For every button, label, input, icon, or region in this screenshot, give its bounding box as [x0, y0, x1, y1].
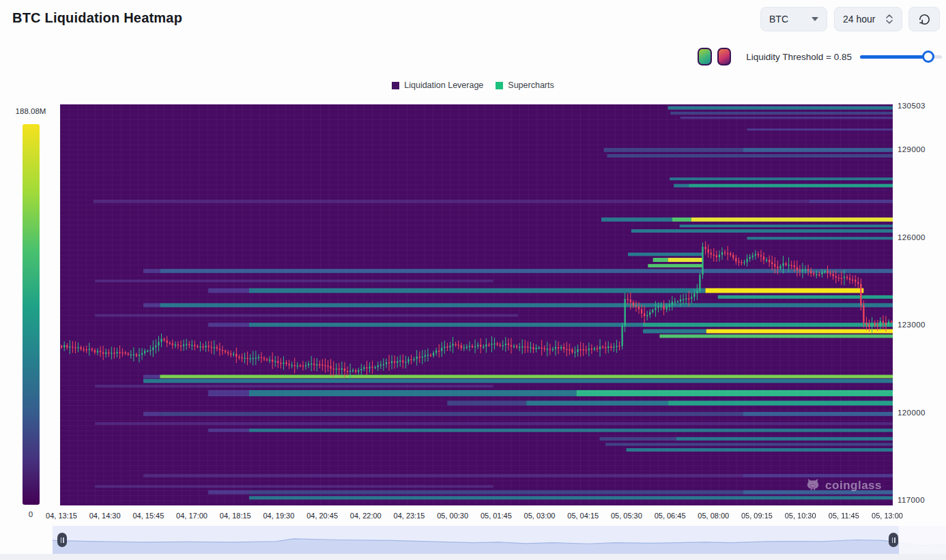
time-tick-label: 04, 18:15 — [220, 512, 251, 520]
time-tick-label: 04, 14:30 — [89, 512, 121, 520]
time-tick-label: 04, 23:15 — [394, 512, 425, 520]
liquidity-threshold-label: Liquidity Threshold = 0.85 — [746, 52, 852, 62]
slider-knob[interactable] — [922, 50, 934, 63]
colorbar-max-label: 188.08M — [0, 107, 61, 115]
period-select-value: 24 hour — [843, 14, 875, 25]
navigator-left-handle[interactable] — [57, 533, 67, 547]
time-tick-label: 05, 06:45 — [655, 512, 686, 520]
time-tick-label: 04, 17:00 — [176, 512, 207, 520]
legend-swatch-purple — [392, 82, 399, 89]
slider-fill — [860, 55, 928, 59]
time-tick-label: 05, 13:00 — [872, 512, 903, 520]
time-tick-label: 04, 13:15 — [46, 512, 77, 520]
refresh-button[interactable] — [908, 7, 940, 31]
legend-item-supercharts[interactable]: Supercharts — [496, 80, 554, 90]
time-tick-label: 05, 04:15 — [567, 512, 599, 520]
time-tick-label: 04, 15:45 — [132, 512, 164, 520]
period-select[interactable]: 24 hour — [834, 7, 902, 31]
legend-label: Supercharts — [508, 80, 554, 90]
time-tick-label: 05, 11:45 — [829, 512, 859, 520]
time-tick-label: 04, 20:45 — [306, 512, 338, 520]
short-heatmap-palette-swatch[interactable] — [717, 48, 732, 65]
time-tick-label: 05, 05:30 — [611, 512, 642, 520]
navigator-area-chart — [53, 526, 946, 554]
time-tick-label: 05, 10:30 — [785, 512, 816, 520]
price-tick-label: 120000 — [898, 409, 926, 417]
time-tick-label: 04, 22:00 — [350, 512, 382, 520]
navigator-right-handle[interactable] — [889, 533, 898, 547]
price-tick-label: 126000 — [898, 233, 926, 241]
liquidation-heatmap-page: BTC Liquidation Heatmap BTC 24 hour Liqu… — [0, 0, 946, 560]
chart-legend: Liquidation Leverage Supercharts — [0, 80, 946, 90]
heatmap-plot[interactable]: coinglass — [60, 104, 893, 505]
chevron-down-icon — [812, 17, 818, 21]
legend-label: Liquidation Leverage — [404, 80, 483, 90]
refresh-icon — [918, 13, 931, 26]
long-heatmap-palette-swatch[interactable] — [698, 48, 712, 65]
time-tick-label: 05, 08:00 — [698, 512, 729, 520]
time-range-navigator[interactable] — [53, 526, 946, 554]
time-tick-label: 05, 03:00 — [524, 512, 556, 520]
time-tick-label: 05, 01:45 — [481, 512, 512, 520]
price-tick-label: 123000 — [898, 321, 926, 329]
threshold-controls: Liquidity Threshold = 0.85 — [698, 47, 942, 66]
price-tick-label: 117000 — [898, 496, 925, 504]
time-tick-label: 05, 09:15 — [741, 512, 773, 520]
page-title: BTC Liquidation Heatmap — [12, 10, 182, 26]
legend-item-liquidation-leverage[interactable]: Liquidation Leverage — [392, 80, 483, 90]
bottom-strip — [0, 554, 946, 560]
time-tick-label: 04, 19:30 — [263, 512, 294, 520]
time-tick-label: 05, 00:30 — [437, 512, 468, 520]
liquidity-threshold-slider[interactable] — [860, 50, 942, 63]
symbol-select[interactable]: BTC — [760, 7, 827, 31]
heatmap-canvas[interactable] — [60, 104, 893, 505]
symbol-select-value: BTC — [769, 14, 788, 25]
navigator-unselected-region — [899, 526, 946, 554]
price-tick-label: 129000 — [898, 145, 926, 153]
chevron-updown-icon — [885, 13, 893, 25]
colorbar — [23, 124, 40, 505]
legend-swatch-green — [496, 82, 503, 89]
price-tick-label: 130503 — [898, 102, 926, 110]
